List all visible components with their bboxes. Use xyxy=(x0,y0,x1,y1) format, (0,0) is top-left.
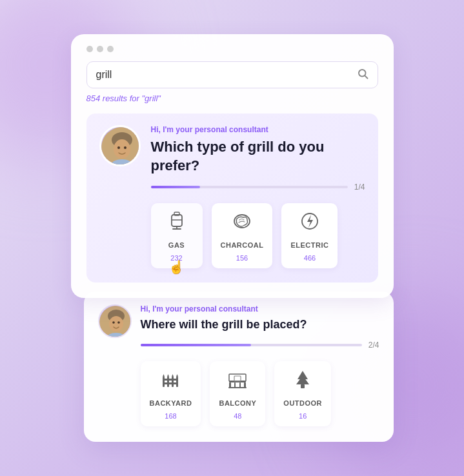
option-electric[interactable]: ELECTRIC 466 xyxy=(281,203,338,268)
progress-wrap-1: 1/4 xyxy=(151,183,365,192)
electric-icon xyxy=(298,210,321,236)
svg-line-1 xyxy=(365,76,367,79)
option-charcoal[interactable]: CHARCOAL 156 xyxy=(212,203,273,268)
svg-rect-35 xyxy=(239,382,241,388)
hi-label-1: Hi, I'm your personal consultant xyxy=(151,125,365,134)
svg-rect-33 xyxy=(244,382,246,388)
balcony-label: BALCONY xyxy=(219,399,256,407)
svg-rect-41 xyxy=(301,384,305,388)
electric-label: ELECTRIC xyxy=(290,241,328,249)
dot-yellow xyxy=(97,46,103,52)
search-bar[interactable]: grill xyxy=(86,61,378,88)
svg-point-18 xyxy=(112,322,115,324)
progress-bar-bg-1 xyxy=(151,186,348,188)
dot-red xyxy=(86,46,93,52)
option-balcony[interactable]: BALCONY 48 xyxy=(210,361,265,426)
charcoal-count: 156 xyxy=(236,254,248,262)
charcoal-label: CHARCOAL xyxy=(221,241,264,249)
svg-point-19 xyxy=(117,322,120,324)
svg-point-6 xyxy=(124,146,126,149)
svg-rect-38 xyxy=(234,376,241,381)
svg-marker-29 xyxy=(172,374,174,377)
options-row-1: GAS 232 ☝ xyxy=(151,203,365,268)
progress-label-1: 1/4 xyxy=(354,183,365,192)
avatar-1 xyxy=(99,125,141,166)
option-gas[interactable]: GAS 232 ☝ xyxy=(151,203,203,268)
svg-point-5 xyxy=(117,146,120,149)
results-count-text: 854 results for xyxy=(86,94,142,103)
electric-count: 466 xyxy=(304,254,316,262)
search-input[interactable]: grill xyxy=(96,69,357,81)
results-text: 854 results for "grill" xyxy=(86,94,378,103)
consultant-content-1: Hi, I'm your personal consultant Which t… xyxy=(151,125,365,268)
bottom-card: Hi, I'm your personal consultant Where w… xyxy=(84,292,394,441)
dot-green xyxy=(107,46,114,52)
outdoor-icon xyxy=(291,368,314,394)
options-row-2: BACKYARD 168 xyxy=(141,361,379,426)
backyard-label: BACKYARD xyxy=(150,399,192,407)
balcony-icon xyxy=(226,368,249,394)
svg-marker-28 xyxy=(167,374,169,377)
balcony-count: 48 xyxy=(234,412,241,420)
charcoal-icon xyxy=(230,210,254,236)
question-1: Which type of grill do you prefer? xyxy=(151,138,365,175)
hi-label-2: Hi, I'm your personal consultant xyxy=(141,304,379,313)
consultant-card-2: Hi, I'm your personal consultant Where w… xyxy=(98,304,379,426)
svg-marker-27 xyxy=(163,374,165,377)
question-2: Where will the grill be placed? xyxy=(141,317,379,332)
top-card: grill 854 results for "grill" xyxy=(71,34,394,298)
progress-bar-fill-1 xyxy=(151,186,200,188)
svg-rect-8 xyxy=(172,215,182,226)
svg-rect-24 xyxy=(176,377,178,387)
svg-rect-36 xyxy=(228,387,247,388)
consultant-content-2: Hi, I'm your personal consultant Where w… xyxy=(141,304,379,426)
search-icon xyxy=(357,68,368,82)
svg-rect-25 xyxy=(163,379,178,381)
progress-bar-bg-2 xyxy=(141,344,362,346)
gas-icon xyxy=(165,210,188,236)
results-query: "grill" xyxy=(142,94,161,103)
progress-wrap-2: 2/4 xyxy=(141,341,379,350)
avatar-2 xyxy=(98,304,132,338)
outdoor-count: 16 xyxy=(299,412,307,420)
outdoor-label: OUTDOOR xyxy=(283,399,322,407)
svg-rect-22 xyxy=(167,377,169,387)
option-backyard[interactable]: BACKYARD 168 xyxy=(141,361,201,426)
progress-bar-fill-2 xyxy=(141,344,252,346)
svg-point-17 xyxy=(109,316,123,332)
consultant-card-1: Hi, I'm your personal consultant Which t… xyxy=(86,114,378,283)
svg-rect-9 xyxy=(174,212,179,215)
main-container: grill 854 results for "grill" xyxy=(58,34,407,442)
svg-marker-30 xyxy=(176,374,178,377)
svg-rect-23 xyxy=(172,377,174,387)
svg-point-4 xyxy=(114,139,130,159)
cursor-pointer: ☝ xyxy=(168,259,185,275)
backyard-count: 168 xyxy=(165,412,176,420)
gas-label: GAS xyxy=(168,241,185,249)
svg-rect-26 xyxy=(163,382,178,384)
svg-rect-32 xyxy=(229,382,231,388)
browser-dots xyxy=(86,46,378,52)
option-outdoor[interactable]: OUTDOOR 16 xyxy=(274,361,331,426)
svg-rect-37 xyxy=(229,374,246,381)
svg-rect-21 xyxy=(163,377,165,387)
backyard-icon xyxy=(159,368,182,394)
progress-label-2: 2/4 xyxy=(368,341,379,350)
svg-rect-34 xyxy=(234,382,236,388)
svg-marker-40 xyxy=(296,375,309,384)
